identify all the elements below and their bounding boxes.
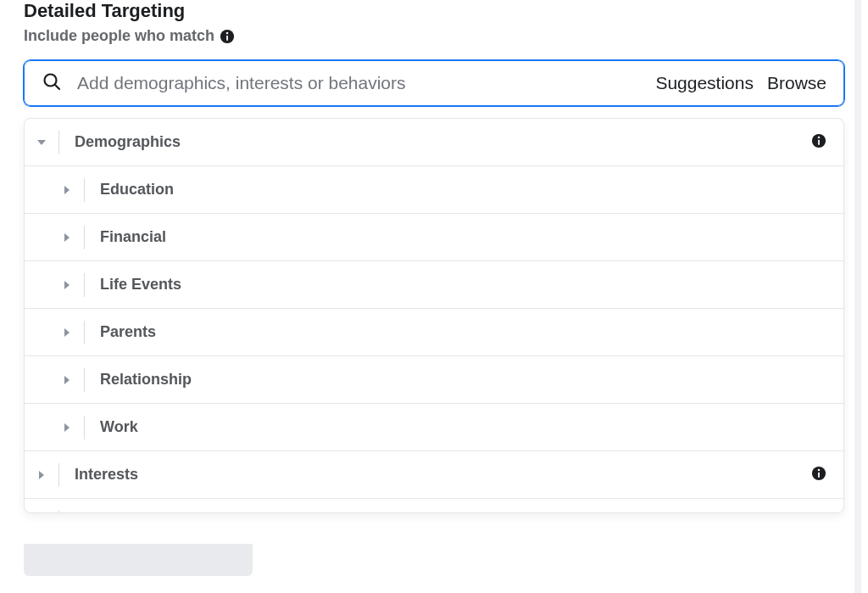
subcategory-label: Life Events xyxy=(85,276,843,294)
section-title: Detailed Targeting xyxy=(24,0,844,22)
subcategory-relationship[interactable]: Relationship xyxy=(25,356,843,404)
info-icon[interactable] xyxy=(220,29,235,44)
chevron-right-icon xyxy=(50,280,84,290)
targeting-search-input[interactable] xyxy=(77,73,640,93)
svg-point-8 xyxy=(818,136,821,138)
subcategory-label: Financial xyxy=(85,228,843,246)
search-actions: Suggestions Browse xyxy=(655,73,826,93)
subcategory-financial[interactable]: Financial xyxy=(25,214,843,261)
subcategory-label: Parents xyxy=(85,323,843,341)
chevron-right-icon xyxy=(50,185,84,195)
svg-rect-7 xyxy=(818,139,820,144)
detailed-targeting-panel: Detailed Targeting Include people who ma… xyxy=(0,0,868,593)
browse-button[interactable]: Browse xyxy=(767,73,826,93)
svg-rect-1 xyxy=(226,35,228,40)
subtitle-text: Include people who match xyxy=(24,27,214,45)
search-icon xyxy=(42,71,62,95)
chevron-right-icon xyxy=(50,327,84,338)
subcategory-label: Education xyxy=(85,181,843,199)
subcategory-parents[interactable]: Parents xyxy=(25,309,843,356)
category-demographics[interactable]: Demographics xyxy=(25,119,843,166)
targeting-search-box[interactable]: Suggestions Browse xyxy=(24,60,844,106)
svg-line-4 xyxy=(55,85,59,89)
category-label: Demographics xyxy=(59,133,811,151)
svg-marker-11 xyxy=(64,281,70,289)
chevron-right-icon xyxy=(50,375,84,385)
svg-marker-9 xyxy=(64,186,70,194)
category-behaviors[interactable]: Behaviors xyxy=(25,499,843,513)
category-label: Interests xyxy=(59,466,811,484)
category-interests[interactable]: Interests xyxy=(25,451,843,499)
svg-rect-17 xyxy=(818,472,820,477)
subcategory-label: Work xyxy=(85,418,843,436)
svg-marker-15 xyxy=(39,471,44,479)
chevron-down-icon xyxy=(25,137,58,148)
svg-marker-5 xyxy=(37,140,46,145)
subcategory-work[interactable]: Work xyxy=(25,404,843,451)
panel-right-edge xyxy=(854,0,861,593)
subcategory-education[interactable]: Education xyxy=(25,166,843,214)
svg-marker-13 xyxy=(64,376,70,384)
info-icon[interactable] xyxy=(811,133,843,152)
subtitle-row: Include people who match xyxy=(24,27,844,45)
info-icon[interactable] xyxy=(811,466,843,484)
svg-marker-14 xyxy=(64,423,70,432)
svg-point-2 xyxy=(226,31,229,34)
svg-point-18 xyxy=(818,468,821,471)
bottom-pill-shadow xyxy=(24,544,253,576)
chevron-right-icon xyxy=(50,232,84,243)
subcategory-label: Relationship xyxy=(85,371,843,389)
chevron-right-icon xyxy=(25,470,58,480)
svg-marker-12 xyxy=(64,328,70,337)
svg-marker-10 xyxy=(64,233,70,242)
suggestions-button[interactable]: Suggestions xyxy=(655,73,754,93)
subcategory-life-events[interactable]: Life Events xyxy=(25,261,843,309)
chevron-right-icon xyxy=(50,422,84,433)
divider xyxy=(58,511,59,513)
targeting-categories-dropdown: Demographics Education Financial Lif xyxy=(24,118,844,513)
